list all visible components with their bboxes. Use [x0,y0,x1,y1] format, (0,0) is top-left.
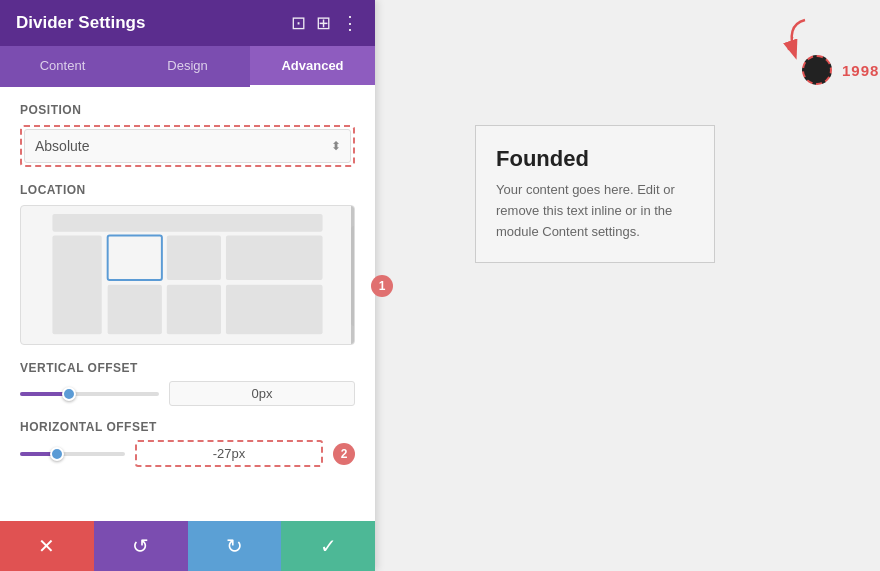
horizontal-offset-thumb[interactable] [50,447,64,461]
bottom-toolbar: ✕ ↺ ↻ ✓ [0,521,375,571]
svg-rect-5 [226,236,323,280]
svg-rect-4 [167,236,221,280]
svg-rect-6 [108,285,162,334]
svg-rect-2 [52,236,101,335]
vertical-offset-thumb[interactable] [62,387,76,401]
confirm-button[interactable]: ✓ [281,521,375,571]
redo-button[interactable]: ↻ [188,521,282,571]
card-body: Your content goes here. Edit or remove t… [496,180,694,242]
position-select[interactable]: Absolute Relative Fixed Static [24,129,351,163]
position-badge: 1 [371,275,375,297]
cancel-icon: ✕ [38,534,55,558]
year-text: 1998 [842,62,879,79]
year-badge-area: 1998 [802,55,879,85]
position-select-wrapper: Absolute Relative Fixed Static ⬍ [20,125,355,167]
panel-body: Position Absolute Relative Fixed Static … [0,87,375,521]
undo-button[interactable]: ↺ [94,521,188,571]
confirm-icon: ✓ [320,534,337,558]
location-grid-svg [21,206,354,344]
scrollbar-track [351,206,354,344]
horizontal-offset-section: Horizontal Offset 2 [20,420,355,467]
year-dot [802,55,832,85]
position-label: Position [20,103,355,117]
panel-title: Divider Settings [16,13,145,33]
fullscreen-icon[interactable]: ⊡ [291,12,306,34]
redo-icon: ↻ [226,534,243,558]
location-label: Location [20,183,355,197]
svg-rect-8 [226,285,323,334]
vertical-offset-row [20,381,355,406]
position-row: Absolute Relative Fixed Static ⬍ 1 [20,125,355,167]
tab-design[interactable]: Design [125,46,250,87]
tab-content[interactable]: Content [0,46,125,87]
tab-advanced[interactable]: Advanced [250,46,375,87]
tabs-row: Content Design Advanced [0,46,375,87]
content-card: Founded Your content goes here. Edit or … [475,125,715,263]
columns-icon[interactable]: ⊞ [316,12,331,34]
location-section: Location [20,183,355,345]
horizontal-offset-input[interactable] [135,440,323,467]
header-icons: ⊡ ⊞ ⋮ [291,12,359,34]
svg-rect-7 [167,285,221,334]
scrollbar-thumb[interactable] [351,226,355,326]
card-heading: Founded [496,146,694,172]
more-options-icon[interactable]: ⋮ [341,12,359,34]
undo-icon: ↺ [132,534,149,558]
settings-panel: Divider Settings ⊡ ⊞ ⋮ Content Design Ad… [0,0,375,571]
horizontal-offset-badge: 2 [333,443,355,465]
svg-rect-1 [52,214,322,232]
horizontal-offset-label: Horizontal Offset [20,420,355,434]
vertical-offset-label: Vertical Offset [20,361,355,375]
horizontal-offset-wrapper: 2 [20,440,355,467]
vertical-offset-input[interactable] [169,381,355,406]
vertical-offset-track[interactable] [20,392,159,396]
panel-header: Divider Settings ⊡ ⊞ ⋮ [0,0,375,46]
preview-panel: ↓ 1998 Founded Your content goes here. E… [375,0,880,571]
cancel-button[interactable]: ✕ [0,521,94,571]
location-grid[interactable] [20,205,355,345]
horizontal-offset-track[interactable] [20,452,125,456]
vertical-offset-section: Vertical Offset [20,361,355,406]
